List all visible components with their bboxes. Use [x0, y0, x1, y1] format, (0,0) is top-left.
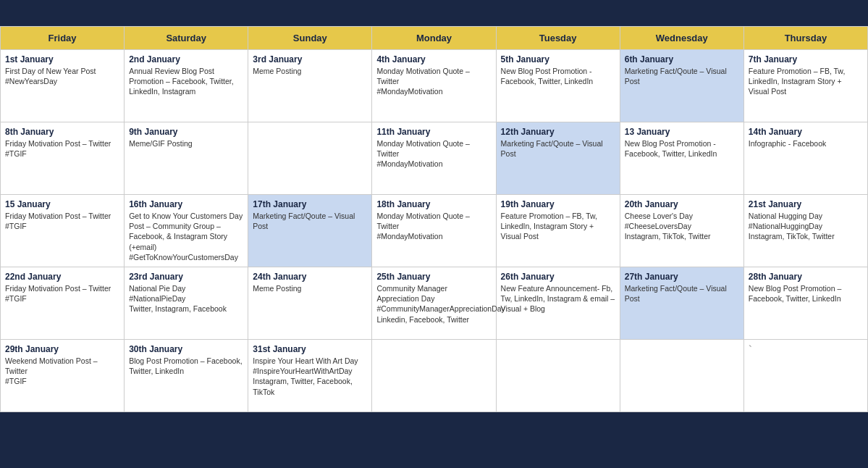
cell-date: 19th January — [501, 199, 615, 209]
calendar-cell-r1c1: 9th JanuaryMeme/GIF Posting — [125, 122, 248, 195]
cell-date: 17th January — [253, 199, 367, 209]
cell-date: 25th January — [376, 272, 491, 282]
column-header-thursday: Thursday — [743, 27, 867, 50]
cell-date: 12th January — [501, 127, 615, 137]
cell-date: 6th January — [625, 54, 739, 64]
calendar-cell-r3c0: 22nd JanuaryFriday Motivation Post – Twi… — [1, 267, 125, 340]
cell-content: Marketing Fact/Qoute – Visual Post — [625, 284, 727, 303]
cell-content: Meme/GIF Posting — [129, 139, 193, 148]
cell-date: 5th January — [501, 54, 615, 64]
cell-content: Friday Motivation Post – Twitter #TGIF — [5, 139, 111, 158]
cell-content: Friday Motivation Post – Twitter #TGIF — [5, 212, 111, 230]
cell-content: Get to Know Your Customers Day Post – Co… — [129, 212, 243, 262]
cell-content: Feature Promotion – FB, Tw, LinkedIn, In… — [749, 67, 845, 96]
cell-content: Feature Promotion – FB, Tw, LinkedIn, In… — [501, 212, 597, 241]
cell-date: 28th January — [749, 272, 863, 282]
column-header-tuesday: Tuesday — [496, 27, 620, 50]
cell-date: 22nd January — [5, 272, 119, 282]
cell-content: New Blog Post Promotion - Facebook, Twit… — [625, 139, 717, 158]
page-title — [0, 0, 868, 26]
cell-content: Monday Motivation Quote – Twitter #Monda… — [376, 67, 469, 96]
cell-content: Blog Post Promotion – Facebook, Twitter,… — [129, 356, 242, 375]
cell-date: 3rd January — [253, 54, 367, 64]
cell-content: New Feature Announcement- Fb, Tw, Linked… — [501, 284, 615, 313]
calendar-cell-r2c2: 17th JanuaryMarketing Fact/Qoute – Visua… — [248, 195, 372, 267]
cell-date: 15 January — [5, 199, 119, 209]
calendar-cell-r0c5: 6th JanuaryMarketing Fact/Qoute – Visual… — [620, 50, 743, 122]
cell-content: Weekend Motivation Post – Twitter #TGIF — [5, 356, 98, 385]
cell-date: 11th January — [376, 127, 491, 137]
calendar-cell-r0c3: 4th JanuaryMonday Motivation Quote – Twi… — [372, 50, 496, 122]
calendar-cell-r2c3: 18th JanuaryMonday Motivation Quote – Tw… — [372, 195, 496, 267]
calendar-cell-r3c1: 23rd JanuaryNational Pie Day #NationalPi… — [125, 267, 248, 340]
cell-content: Community Manager Appreciation Day #Comm… — [376, 284, 505, 324]
cell-content: Monday Motivation Quote – Twitter #Monda… — [376, 139, 469, 168]
calendar-cell-r0c4: 5th JanuaryNew Blog Post Promotion - Fac… — [496, 50, 620, 122]
calendar-cell-r3c3: 25th JanuaryCommunity Manager Appreciati… — [372, 267, 496, 340]
cell-date: 23rd January — [129, 272, 243, 282]
cell-content: Marketing Fact/Qoute – Visual Post — [253, 212, 355, 230]
cell-date: 7th January — [749, 54, 863, 64]
cell-date: 18th January — [376, 199, 491, 209]
calendar-cell-r4c5 — [620, 340, 743, 412]
cell-date: 14th January — [749, 127, 863, 137]
cell-date: 20th January — [625, 199, 739, 209]
cell-date: 9th January — [129, 127, 243, 137]
calendar-cell-r1c5: 13 JanuaryNew Blog Post Promotion - Face… — [620, 122, 743, 195]
cell-date: 24th January — [253, 272, 367, 282]
column-header-sunday: Sunday — [248, 27, 372, 50]
column-header-wednesday: Wednesday — [620, 27, 743, 50]
cell-content: New Blog Post Promotion - Facebook, Twit… — [501, 67, 594, 85]
cell-content: Meme Posting — [253, 67, 301, 75]
cell-content: Infographic - Facebook — [749, 139, 826, 148]
calendar-cell-r3c2: 24th JanuaryMeme Posting — [248, 267, 372, 340]
cell-date: 29th January — [5, 344, 119, 354]
calendar-cell-r1c3: 11th JanuaryMonday Motivation Quote – Tw… — [372, 122, 496, 195]
cell-date: 8th January — [5, 127, 119, 137]
cell-date: 1st January — [5, 54, 119, 64]
cell-content: Monday Motivation Quote – Twitter #Monda… — [376, 212, 469, 241]
cell-content: National Pie Day #NationalPieDay Twitter… — [129, 284, 227, 313]
calendar-cell-r2c4: 19th JanuaryFeature Promotion – FB, Tw, … — [496, 195, 620, 267]
cell-content: Annual Review Blog Post Promotion – Face… — [129, 67, 234, 96]
calendar-cell-r2c5: 20th JanuaryCheese Lover's Day #CheeseLo… — [620, 195, 743, 267]
cell-content: Cheese Lover's Day #CheeseLoversDay Inst… — [625, 212, 711, 241]
cell-date: 27th January — [625, 272, 739, 282]
calendar-cell-r0c6: 7th JanuaryFeature Promotion – FB, Tw, L… — [743, 50, 867, 122]
calendar-cell-r4c6: ` — [743, 340, 867, 412]
cell-content: Marketing Fact/Qoute – Visual Post — [625, 67, 727, 85]
calendar-cell-r0c2: 3rd JanuaryMeme Posting — [248, 50, 372, 122]
cell-content: New Blog Post Promotion – Facebook, Twit… — [749, 284, 841, 303]
calendar-cell-r1c0: 8th JanuaryFriday Motivation Post – Twit… — [1, 122, 125, 195]
cell-content: Meme Posting — [253, 284, 301, 293]
calendar-cell-r4c1: 30th JanuaryBlog Post Promotion – Facebo… — [125, 340, 248, 412]
cell-content: Inspire Your Heart With Art Day #Inspire… — [253, 356, 358, 396]
calendar-cell-r3c5: 27th JanuaryMarketing Fact/Qoute – Visua… — [620, 267, 743, 340]
cell-date: 13 January — [625, 127, 739, 137]
cell-date: 31st January — [253, 344, 367, 354]
calendar-cell-r1c4: 12th JanuaryMarketing Fact/Qoute – Visua… — [496, 122, 620, 195]
calendar-cell-r4c3 — [372, 340, 496, 412]
cell-content: Friday Motivation Post – Twitter #TGIF — [5, 284, 111, 303]
calendar-cell-r1c2 — [248, 122, 372, 195]
calendar-cell-r0c1: 2nd JanuaryAnnual Review Blog Post Promo… — [125, 50, 248, 122]
cell-date: 2nd January — [129, 54, 243, 64]
calendar-cell-r4c0: 29th JanuaryWeekend Motivation Post – Tw… — [1, 340, 125, 412]
calendar-cell-r3c6: 28th JanuaryNew Blog Post Promotion – Fa… — [743, 267, 867, 340]
cell-content: National Hugging Day #NationalHuggingDay… — [749, 212, 835, 241]
calendar-cell-r1c6: 14th JanuaryInfographic - Facebook — [743, 122, 867, 195]
cell-date: 26th January — [501, 272, 615, 282]
calendar-cell-r2c0: 15 JanuaryFriday Motivation Post – Twitt… — [1, 195, 125, 267]
calendar-cell-r4c2: 31st JanuaryInspire Your Heart With Art … — [248, 340, 372, 412]
cell-content: Marketing Fact/Qoute – Visual Post — [501, 139, 603, 158]
cell-date: 16th January — [129, 199, 243, 209]
calendar-cell-r4c4 — [496, 340, 620, 412]
calendar-cell-r2c6: 21st JanuaryNational Hugging Day #Nation… — [743, 195, 867, 267]
cell-content: First Day of New Year Post #NewYearsDay — [5, 67, 96, 85]
cell-date: 21st January — [749, 199, 863, 209]
column-header-saturday: Saturday — [125, 27, 248, 50]
calendar-cell-r3c4: 26th JanuaryNew Feature Announcement- Fb… — [496, 267, 620, 340]
cell-date: 30th January — [129, 344, 243, 354]
column-header-monday: Monday — [372, 27, 496, 50]
calendar-cell-r0c0: 1st JanuaryFirst Day of New Year Post #N… — [1, 50, 125, 122]
